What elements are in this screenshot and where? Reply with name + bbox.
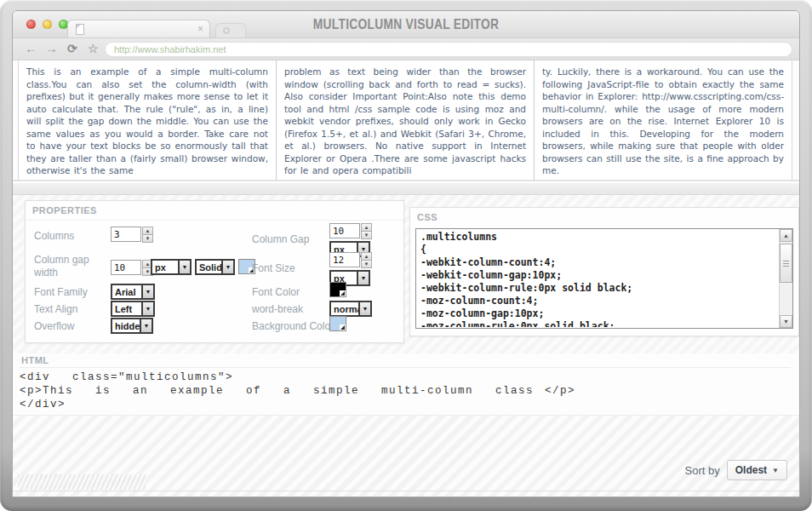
chevron-down-icon: ▼ xyxy=(772,467,779,474)
close-window-button[interactable] xyxy=(26,20,36,29)
scroll-up-icon[interactable]: ▲ xyxy=(780,229,792,242)
spinner-down-icon[interactable]: ▼ xyxy=(361,232,372,239)
section-divider xyxy=(13,180,799,195)
back-button[interactable]: ← xyxy=(25,41,37,55)
spinner[interactable]: ▲▼ xyxy=(142,227,153,242)
rule-style-select[interactable]: Solid ▼ xyxy=(195,259,235,275)
chevron-down-icon[interactable]: ▼ xyxy=(358,302,370,315)
sort-dropdown[interactable]: Oldest ▼ xyxy=(727,460,787,480)
title-bar: × MULTICOLUMN VISUAL EDITOR xyxy=(13,11,799,38)
css-header: CSS xyxy=(417,212,437,222)
reload-button[interactable]: ⟳ xyxy=(67,42,77,55)
header-rule xyxy=(26,220,403,221)
footer-divider xyxy=(13,491,799,491)
spinner[interactable]: ▲▼ xyxy=(361,223,372,238)
chevron-down-icon[interactable]: ▼ xyxy=(357,272,369,284)
browser-toolbar: ← → ⟳ ☆ http://www.shabirhakim.net xyxy=(13,38,799,60)
footer-texture xyxy=(18,474,146,490)
column-gap-width-label-1: Column gap xyxy=(34,254,89,266)
sort-by-label: Sort by xyxy=(685,464,720,477)
chevron-down-icon[interactable]: ▼ xyxy=(141,302,153,315)
window-frame: × MULTICOLUMN VISUAL EDITOR ← → ⟳ ☆ http… xyxy=(0,0,812,511)
scrollbar-thumb[interactable] xyxy=(780,244,792,283)
font-size-value[interactable]: 12 xyxy=(329,252,360,267)
column-gap-value[interactable]: 10 xyxy=(329,223,360,238)
forward-button[interactable]: → xyxy=(45,41,58,55)
html-code[interactable]: <div class="multicolumns"> <p>This is an… xyxy=(20,367,791,413)
chevron-down-icon[interactable]: ▼ xyxy=(221,261,233,273)
overflow-value: hidden xyxy=(112,319,140,332)
properties-panel: PROPERTIES Columns 3 ▲▼ Column Gap 10 ▲▼… xyxy=(25,200,404,343)
background-color-picker[interactable] xyxy=(329,316,346,331)
url-text: http://www.shabirhakim.net xyxy=(114,44,226,55)
chevron-down-icon[interactable]: ▼ xyxy=(141,285,153,298)
column-gap-width-label-2: width xyxy=(34,267,58,278)
scroll-down-icon[interactable]: ▼ xyxy=(780,315,792,328)
font-family-value: Arial xyxy=(112,285,141,298)
css-scrollbar[interactable]: ▲ ▼ xyxy=(779,229,792,328)
overflow-label: Overflow xyxy=(34,320,74,332)
font-color-label: Font Color xyxy=(252,286,300,298)
color-picker-corner-icon xyxy=(340,324,346,330)
browser-window: × MULTICOLUMN VISUAL EDITOR ← → ⟳ ☆ http… xyxy=(12,10,800,497)
column-gap-width-value[interactable]: 10 xyxy=(111,260,141,275)
font-size-label: Font Size xyxy=(252,262,295,274)
text-align-value: Left xyxy=(112,302,141,315)
css-panel: CSS .multicolumns { -webkit-column-count… xyxy=(409,207,799,336)
column-gap-stepper[interactable]: 10 ▲▼ xyxy=(329,223,372,238)
spinner-up-icon[interactable]: ▲ xyxy=(142,227,153,235)
preview-column-2: problem as text being wider than the bro… xyxy=(276,60,534,180)
font-color-picker[interactable] xyxy=(329,282,346,297)
column-gap-width-unit-select[interactable]: px ▼ xyxy=(151,259,192,275)
css-code[interactable]: .multicolumns { -webkit-column-count:4; … xyxy=(420,231,775,327)
background-color-label: Background Color xyxy=(252,320,334,332)
window-title: MULTICOLUMN VISUAL EDITOR xyxy=(44,16,768,32)
column-gap-width-unit-value: px xyxy=(152,261,178,273)
url-bar[interactable]: http://www.shabirhakim.net xyxy=(105,42,792,57)
color-picker-corner-icon xyxy=(340,290,346,296)
chevron-down-icon[interactable]: ▼ xyxy=(178,261,190,273)
word-break-label: word-break xyxy=(252,303,303,315)
font-family-select[interactable]: Arial ▼ xyxy=(111,284,155,300)
spinner-down-icon[interactable]: ▼ xyxy=(142,235,153,243)
preview-column-1: This is an example of a simple multi-col… xyxy=(19,60,276,180)
word-break-value: normal xyxy=(331,302,358,315)
footer-area: Sort by Oldest ▼ xyxy=(13,415,799,497)
chevron-down-icon[interactable]: ▼ xyxy=(140,319,152,332)
text-align-select[interactable]: Left ▼ xyxy=(111,301,155,317)
spinner-up-icon[interactable]: ▲ xyxy=(361,252,372,261)
columns-label: Columns xyxy=(34,230,74,242)
spinner[interactable]: ▲▼ xyxy=(361,252,372,267)
properties-header: PROPERTIES xyxy=(32,205,97,215)
css-textarea[interactable]: .multicolumns { -webkit-column-count:4; … xyxy=(415,228,793,329)
spinner-up-icon[interactable]: ▲ xyxy=(361,223,372,232)
sort-value: Oldest xyxy=(735,464,767,476)
rule-style-value: Solid xyxy=(197,261,221,273)
overflow-select[interactable]: hidden ▼ xyxy=(111,318,153,334)
text-align-label: Text Align xyxy=(34,303,77,315)
preview-column-3: ty. Luckily, there is a workaround. You … xyxy=(534,60,792,180)
column-gap-label: Column Gap xyxy=(252,233,309,245)
sort-control: Sort by Oldest ▼ xyxy=(685,460,787,480)
font-size-stepper[interactable]: 12 ▲▼ xyxy=(329,252,372,267)
word-break-select[interactable]: normal ▼ xyxy=(329,301,372,317)
html-header: HTML xyxy=(21,355,49,365)
columns-stepper[interactable]: 3 ▲▼ xyxy=(111,227,153,242)
font-family-label: Font Family xyxy=(34,286,88,298)
multicolumn-preview: This is an example of a simple multi-col… xyxy=(18,60,792,180)
editor-panels-area: PROPERTIES Columns 3 ▲▼ Column Gap 10 ▲▼… xyxy=(13,195,799,353)
bookmark-star-icon[interactable]: ☆ xyxy=(88,42,99,55)
spinner-down-icon[interactable]: ▼ xyxy=(361,261,372,268)
column-gap-width-stepper[interactable]: 10 ▲▼ xyxy=(111,260,153,275)
columns-value[interactable]: 3 xyxy=(111,227,141,242)
